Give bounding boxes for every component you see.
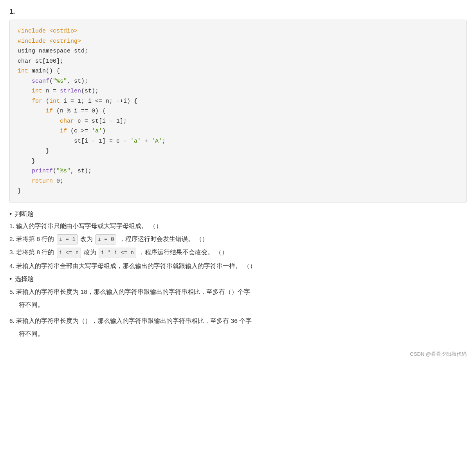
code-token: 'A' (151, 138, 162, 145)
q3-mid: 改为 (84, 249, 96, 255)
code-token (18, 178, 32, 185)
q3-post: ，程序运行结果不会改变。 （） (139, 249, 228, 255)
code-token: , st); (70, 168, 92, 174)
code-token (18, 98, 32, 105)
code-token: n = (42, 88, 60, 94)
section-number: 1. (9, 8, 467, 16)
code-token: (st); (81, 88, 99, 94)
code-token: int (18, 68, 28, 74)
question-1: 1. 输入的字符串只能由小写字母或大写字母组成。 （） (9, 221, 467, 231)
q2-pre: 2. 若将第 8 行的 (9, 235, 54, 242)
code-token: c = st[i - 1]; (74, 118, 127, 125)
code-line: #include <cstring> (18, 36, 458, 47)
code-line: printf("%s", st); (18, 166, 458, 176)
code-token: 'a' (92, 128, 102, 134)
code-line: } (18, 146, 458, 156)
question-3: 3. 若将第 8 行的 i <= n 改为 i * i <= n ，程序运行结果… (9, 247, 467, 258)
code-token: 0; (53, 178, 63, 185)
code-token (18, 118, 60, 125)
q2-post: ，程序运行时会发生错误。 （） (119, 235, 208, 242)
code-line: char st[100]; (18, 56, 458, 67)
code-token: } (18, 188, 21, 194)
q2-code1: i = 1 (57, 234, 78, 245)
code-token: ) (102, 128, 106, 134)
code-line: #include <cstdio> (18, 26, 458, 36)
code-line: st[i - 1] = c - 'a' + 'A'; (18, 136, 458, 147)
code-line: int main() { (18, 66, 458, 76)
code-token: return (32, 178, 53, 185)
code-token: strlen (60, 88, 81, 94)
code-token: i = 1; i <= n; ++i) { (60, 98, 137, 105)
code-token (18, 108, 46, 114)
question-4: 4. 若输入的字符串全部由大写字母组成，那么输出的字符串就跟输入的字符串一样。 … (9, 261, 467, 271)
code-token (18, 128, 60, 134)
csdn-footer: CSDN @看看夕阳敲代码 (9, 351, 467, 358)
code-block: #include <cstdio>#include <cstring>using… (9, 20, 467, 203)
q3-pre: 3. 若将第 8 行的 (9, 249, 54, 255)
code-token: } (18, 158, 35, 165)
code-line: } (18, 186, 458, 196)
code-token: char (60, 118, 74, 125)
q2-mid: 改为 (80, 235, 93, 242)
code-token: ( (42, 98, 49, 105)
q2-code2: i = 0 (95, 234, 116, 245)
code-token: main() { (28, 68, 60, 74)
code-line: using namespace std; (18, 46, 458, 56)
code-token: char st[100]; (18, 58, 63, 65)
code-token: } (18, 148, 49, 154)
q3-code2: i * i <= n (99, 248, 136, 258)
code-token: if (46, 108, 53, 114)
code-token: ; (162, 138, 166, 145)
code-token: 'a' (130, 138, 141, 145)
q6-line2: 符不同。 (19, 328, 467, 339)
q5-line2: 符不同。 (19, 299, 467, 310)
code-token: #include <cstdio> (18, 28, 78, 34)
code-line: return 0; (18, 176, 458, 187)
section1-heading: 判断题 (9, 210, 467, 218)
code-token (18, 88, 32, 94)
code-token: (c >= (67, 128, 92, 134)
section2-heading: 选择题 (9, 275, 467, 283)
code-token: (n % i == 0) { (53, 108, 106, 114)
code-token: , st); (67, 78, 88, 85)
code-token (18, 78, 32, 85)
code-token: using namespace std; (18, 48, 88, 54)
code-token: + (141, 138, 151, 145)
code-token: if (60, 128, 67, 134)
code-line: char c = st[i - 1]; (18, 116, 458, 127)
code-token: ( (49, 78, 53, 85)
questions-section: 判断题 1. 输入的字符串只能由小写字母或大写字母组成。 （） 2. 若将第 8… (9, 210, 467, 339)
code-token: int (32, 88, 42, 94)
code-line: int n = strlen(st); (18, 86, 458, 96)
question-2: 2. 若将第 8 行的 i = 1 改为 i = 0 ，程序运行时会发生错误。 … (9, 234, 467, 245)
q6-line1: 6. 若输入的字符串长度为（），那么输入的字符串跟输出的字符串相比，至多有 36… (9, 315, 467, 326)
question-6: 6. 若输入的字符串长度为（），那么输入的字符串跟输出的字符串相比，至多有 36… (9, 315, 467, 339)
code-token (18, 168, 32, 174)
code-token: printf (32, 168, 53, 174)
code-line: } (18, 156, 458, 167)
code-line: for (int i = 1; i <= n; ++i) { (18, 96, 458, 107)
code-token: scanf (32, 78, 49, 85)
q3-code1: i <= n (57, 248, 81, 258)
code-line: if (c >= 'a') (18, 126, 458, 136)
code-line: if (n % i == 0) { (18, 106, 458, 116)
question-5: 5. 若输入的字符串长度为 18，那么输入的字符串跟输出的字符串相比，至多有（）… (9, 286, 467, 310)
code-token: ( (53, 168, 56, 174)
code-token: "%s" (56, 168, 70, 174)
code-token: #include <cstring> (18, 38, 81, 45)
code-line: scanf("%s", st); (18, 76, 458, 87)
code-token: st[i - 1] = c - (18, 138, 130, 145)
code-token: "%s" (53, 78, 67, 85)
code-token: int (49, 98, 60, 105)
code-token: for (32, 98, 42, 105)
q5-line1: 5. 若输入的字符串长度为 18，那么输入的字符串跟输出的字符串相比，至多有（）… (9, 286, 467, 297)
